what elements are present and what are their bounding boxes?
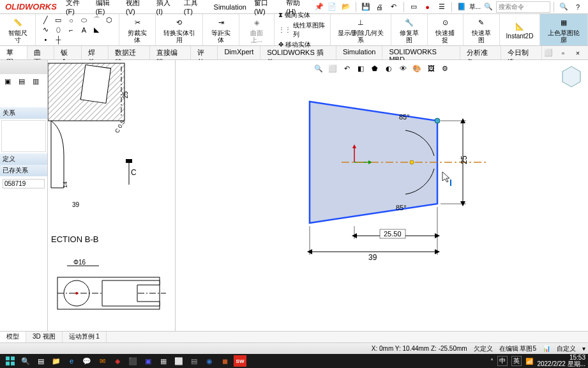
new-doc-icon[interactable]: 📄 xyxy=(326,1,338,13)
active-sketch[interactable]: 85° 85° 25 25.50 39 xyxy=(278,95,552,268)
section-view-icon[interactable]: ◧ xyxy=(354,63,367,74)
help-icon[interactable]: ? xyxy=(571,1,584,13)
menu-view[interactable]: 视图(V) xyxy=(122,0,152,15)
point-tool-icon[interactable]: • xyxy=(40,35,51,44)
quick-snap-button[interactable]: ⊙ 快速捕捉 xyxy=(432,15,459,45)
view-orient-icon[interactable]: ⬟ xyxy=(368,63,381,74)
task-app4-icon[interactable]: ▦ xyxy=(157,355,170,367)
linear-pattern-button[interactable]: ⋮⋮线性草图阵列 xyxy=(278,20,326,40)
circle-tool-icon[interactable]: ○ xyxy=(65,16,77,25)
task-app8-icon[interactable]: ◼ xyxy=(218,355,231,367)
ime-chinese[interactable]: 中 xyxy=(497,356,508,366)
ellipse-tool-icon[interactable]: ⬯ xyxy=(52,26,64,34)
text-tool-icon[interactable]: A xyxy=(78,26,89,34)
undo-icon[interactable]: ↶ xyxy=(388,1,400,13)
reference-drawing-pane[interactable]: 25 C 0.5 C 14 39 ECTION B-B Φ16 xyxy=(48,60,176,331)
menu-edit[interactable]: 编辑(E) xyxy=(92,0,122,15)
tab-3dview[interactable]: 3D 视图 xyxy=(26,332,63,342)
zoom-fit-icon[interactable]: 🔍 xyxy=(312,63,325,74)
convert-entities-button[interactable]: ⟲ 转换实体引用 xyxy=(160,15,199,45)
prop-tab2-icon[interactable]: ▤ xyxy=(15,75,28,87)
search-glass-icon[interactable]: 🔍 xyxy=(557,1,570,13)
task-app7-icon[interactable]: ◉ xyxy=(203,355,216,367)
repair-sketch-button[interactable]: 🔧 修复草图 xyxy=(395,15,423,45)
fillet-tool-icon[interactable]: ⌐ xyxy=(65,26,77,34)
menu-file[interactable]: 文件(F) xyxy=(62,0,92,15)
tab-data-migration[interactable]: 数据迁移 xyxy=(109,46,149,59)
tray-network-icon[interactable]: 📶 xyxy=(525,358,533,365)
rapid-sketch-button[interactable]: ✎ 快速草图 xyxy=(467,15,495,45)
relations-list[interactable] xyxy=(1,120,46,152)
task-wechat-icon[interactable]: 💬 xyxy=(80,355,93,367)
hide-show-icon[interactable]: 👁 xyxy=(396,63,409,74)
tab-sw-mbd[interactable]: SOLIDWORKS MBD xyxy=(382,46,460,59)
print-icon[interactable]: 🖨 xyxy=(373,1,386,13)
task-app2-icon[interactable]: ⬛ xyxy=(126,355,139,367)
poly-tool-icon[interactable]: ⬡ xyxy=(103,16,115,25)
task-search-icon[interactable]: 🔍 xyxy=(19,355,32,367)
task-mail-icon[interactable]: ✉ xyxy=(96,355,109,367)
status-dropdown-icon[interactable]: ▾ xyxy=(582,345,585,352)
show-relations-button[interactable]: ⊥ 显示/删除几何关系 xyxy=(335,15,387,45)
task-view-icon[interactable]: ▤ xyxy=(34,355,47,367)
graphics-viewport[interactable]: 🔍 ⬜ ↶ ◧ ⬟ ◐ 👁 🎨 🖼 ⚙ xyxy=(176,60,588,331)
tab-weldment[interactable]: 焊件 xyxy=(82,46,109,59)
tab-sw-addins[interactable]: SOLIDWORKS 插件 xyxy=(260,46,336,59)
tab-direct-edit[interactable]: 直接编辑 xyxy=(150,46,191,59)
task-app6-icon[interactable]: ▤ xyxy=(188,355,200,367)
tab-surface[interactable]: 曲面 xyxy=(27,46,55,59)
mirror-button[interactable]: ⧗镜向实体 xyxy=(278,10,310,20)
task-edge-icon[interactable]: e xyxy=(65,355,78,367)
collapse-pane-icon[interactable]: ▫ xyxy=(557,47,569,59)
menu-tools[interactable]: 工具(T) xyxy=(180,0,210,15)
tab-model[interactable]: 模型 xyxy=(0,332,26,342)
save-icon[interactable]: 💾 xyxy=(359,1,372,13)
status-unit-icon[interactable]: 📊 xyxy=(543,345,550,352)
tab-analysis-prep[interactable]: 分析准备 xyxy=(460,46,501,59)
menu-insert[interactable]: 插入(I) xyxy=(153,0,180,15)
prop-tab3-icon[interactable]: ▥ xyxy=(29,75,42,87)
spline-tool-icon[interactable]: ∿ xyxy=(40,26,51,34)
chamfer-tool-icon[interactable]: ◣ xyxy=(91,26,102,34)
offset-entities-button[interactable]: ⇥ 等距实体 xyxy=(207,15,234,45)
tab-dimxpert[interactable]: DimXpert xyxy=(218,46,260,59)
search-input[interactable] xyxy=(496,1,550,13)
dimension-value-input[interactable] xyxy=(3,179,45,188)
view-settings-icon[interactable]: ⚙ xyxy=(439,63,451,74)
tab-today-mfg[interactable]: 今日制造 xyxy=(501,46,542,59)
arc-tool-icon[interactable]: ⌒ xyxy=(91,16,102,25)
start-button[interactable] xyxy=(4,355,17,367)
task-solidworks-icon[interactable]: SW xyxy=(234,355,246,367)
select-icon[interactable]: ▭ xyxy=(407,1,420,13)
menu-simulation[interactable]: Simulation xyxy=(210,3,250,11)
instant2d-button[interactable]: 📐 Instant2D xyxy=(504,19,536,41)
smart-dimension-button[interactable]: 📏 智能尺寸 xyxy=(4,15,31,45)
menu-window[interactable]: 窗口(W) xyxy=(250,0,282,15)
tab-simulation[interactable]: Simulation xyxy=(336,46,382,59)
rect-tool-icon[interactable]: ▭ xyxy=(52,16,64,25)
view-cube[interactable] xyxy=(559,64,584,89)
prev-view-icon[interactable]: ↶ xyxy=(340,63,353,74)
search-icon[interactable]: 🔍 xyxy=(482,1,495,13)
close-pane-icon[interactable]: × xyxy=(571,47,584,59)
rebuild-icon[interactable]: ● xyxy=(421,1,434,13)
prop-tab1-icon[interactable]: ▣ xyxy=(1,75,14,87)
line-tool-icon[interactable]: ╱ xyxy=(40,16,51,25)
options-icon[interactable]: ☰ xyxy=(435,1,448,13)
shade-sketch-button[interactable]: ▦ 上色草图轮廓 xyxy=(544,15,584,45)
task-app3-icon[interactable]: ▣ xyxy=(142,355,155,367)
task-app5-icon[interactable]: ⬜ xyxy=(172,355,185,367)
tab-evaluate[interactable]: 评估 xyxy=(191,46,218,59)
trim-button[interactable]: ✂ 剪裁实体 xyxy=(123,15,151,45)
task-explorer-icon[interactable]: 📁 xyxy=(50,355,63,367)
tray-date[interactable]: 2022/2/22 星期... xyxy=(537,361,585,367)
pin-icon[interactable]: 📌 xyxy=(313,1,325,13)
expand-pane-icon[interactable]: ⬜ xyxy=(542,47,555,59)
edit-appearance-icon[interactable]: 🎨 xyxy=(411,63,423,74)
tab-motion-study[interactable]: 运动算例 1 xyxy=(63,332,107,342)
doc-icon[interactable]: 📘 xyxy=(455,1,468,13)
slot-tool-icon[interactable]: ⬭ xyxy=(78,16,89,25)
task-app1-icon[interactable]: ◆ xyxy=(111,355,124,367)
display-style-icon[interactable]: ◐ xyxy=(382,63,395,74)
status-custom[interactable]: 自定义 xyxy=(557,344,576,353)
